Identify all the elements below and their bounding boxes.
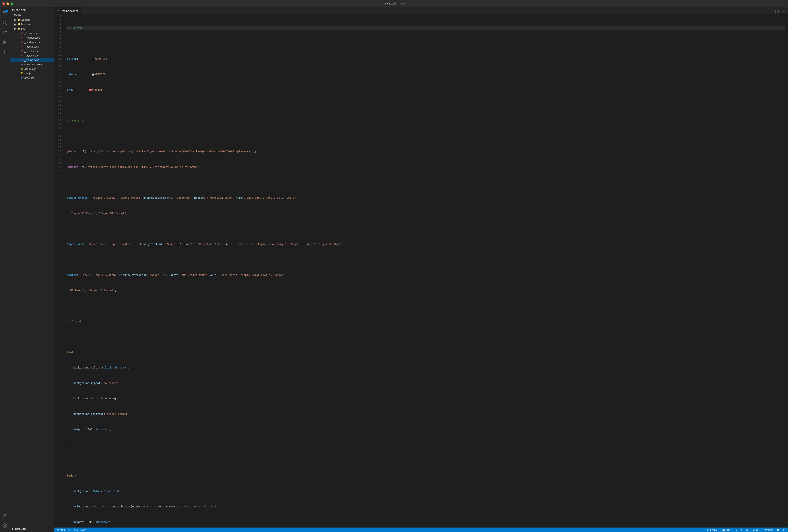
error-indicator: · <box>784 381 785 385</box>
window-title: _theme.scss — folio <box>383 2 405 5</box>
line-num-9: 9 <box>55 45 63 49</box>
folio-folder[interactable]: ▾ FOLIO <box>10 13 55 18</box>
line-ending-status[interactable]: LF <box>745 528 749 532</box>
explorer-badge: 1 <box>5 10 8 13</box>
code-content[interactable]: // Palette $black: ··········#0E0F13; $w… <box>65 15 785 528</box>
svg-point-3 <box>3 31 4 32</box>
scss-file-icon: 🗸 <box>20 54 23 57</box>
svg-marker-6 <box>4 41 6 44</box>
scrollbar-gutter <box>785 15 788 528</box>
search-activity-icon[interactable] <box>0 18 10 27</box>
sidebar-item-vscode[interactable]: ▶ 📁 .vscode <box>10 18 55 22</box>
line-num-17: 17 <box>55 76 63 80</box>
vscode-label: .vscode <box>21 18 30 21</box>
cursor-position-status[interactable]: Ln 1, Col 1 <box>706 528 718 532</box>
style-css-label: style.css <box>24 76 35 79</box>
formatter-status[interactable]: Prettier <box>762 528 773 532</box>
extensions-activity-icon[interactable] <box>0 47 10 57</box>
scss-file-icon: 🗸 <box>20 50 23 53</box>
feedback-status[interactable] <box>782 528 786 532</box>
sidebar-item-img[interactable]: ▶ 📁 img <box>10 26 55 31</box>
line-num-6: 6 <box>55 34 63 38</box>
svg-rect-15 <box>777 10 779 13</box>
tab-label: _theme.scss <box>60 9 75 13</box>
split-editor-button[interactable] <box>774 8 780 14</box>
line-num-5: 5 <box>55 30 63 34</box>
code-line-22: · background-repeat: no-repeat; <box>67 381 785 385</box>
sidebar-item-config[interactable]: ▶ ≡ config.codekit3 <box>10 62 55 66</box>
maximize-button[interactable] <box>11 2 13 5</box>
account-activity-icon[interactable] <box>0 511 10 520</box>
sidebar-item-reset-scss[interactable]: ▶ 🗸 _reset.scss <box>10 49 55 53</box>
scss-file-icon: 🗸 <box>20 36 23 39</box>
code-line-13 <box>67 227 785 231</box>
code-line-16b: UI Emoji", "Segoe UI Symbol"; <box>67 289 785 292</box>
sidebar-item-styles-scss[interactable]: ▶ 🗸 _styles.scss <box>10 53 55 58</box>
sidebar-item-style-css[interactable]: ▶ # style.css <box>10 76 55 80</box>
code-line-14: $space-mono: "Space Mono", -apple-system… <box>67 242 785 246</box>
sidebar-item-footer-scss[interactable]: ▶ 🗸 _footer.scss <box>10 31 55 35</box>
code-line-2 <box>67 41 785 45</box>
line-num-34: 34 <box>55 142 63 146</box>
sidebar-item-layout-scss[interactable]: ▶ 🗸 _layout.scss <box>10 44 55 49</box>
main-area: 🗸 _theme.scss ··· 1 2 3 4 <box>55 7 788 532</box>
run-activity-icon[interactable] <box>0 37 10 47</box>
code-line-30: animation: fadeIn 0.35s cubic-bezier(0.3… <box>67 505 785 509</box>
code-line-23: background-size: 3rem 3rem; <box>67 396 785 400</box>
traffic-lights <box>2 2 13 5</box>
app-container: 1 <box>0 7 788 532</box>
file-tree: ▾ FOLIO ▶ 📁 .vscode ▶ 📁 bootstrap ▶ 📁 im… <box>10 13 55 526</box>
sidebar-item-bootstrap[interactable]: ▶ 📁 bootstrap <box>10 22 55 26</box>
line-num-14: 14 <box>55 65 63 68</box>
code-line-1: // Palette <box>67 26 785 30</box>
bell-icon <box>776 529 779 531</box>
errors-status[interactable]: 0 <box>73 528 79 532</box>
sync-status[interactable] <box>67 528 71 532</box>
indentation-status[interactable]: Spaces: 4 <box>721 528 732 532</box>
sidebar-item-site-min-js[interactable]: ▶ JS site-min.js <box>10 66 55 71</box>
sidebar-item-site-js[interactable]: ▶ JS site.js <box>10 71 55 76</box>
explorer-activity-icon[interactable]: 1 <box>0 8 10 18</box>
more-actions-button[interactable]: ··· <box>781 8 786 14</box>
close-button[interactable] <box>2 2 5 5</box>
status-bar: main 0 <box>55 528 788 532</box>
color-swatch-black <box>92 58 94 60</box>
line-num-10: 10 <box>55 49 63 53</box>
config-label: config.codekit3 <box>24 63 42 66</box>
sync-icon <box>68 529 71 531</box>
timeline-section[interactable]: ▶ TIMELINE <box>10 527 55 531</box>
code-line-3: $black: ··········#0E0F13; <box>67 57 785 61</box>
line-num-31: 31 <box>55 130 63 134</box>
svg-rect-8 <box>3 50 5 52</box>
sidebar-item-theme-scss[interactable]: ▶ 🗸 _theme.scss <box>10 58 55 62</box>
settings-activity-icon[interactable] <box>0 520 10 530</box>
checkmark-icon <box>763 529 765 531</box>
code-line-28: body { <box>67 474 785 477</box>
folder-arrow-icon: ▶ <box>14 27 17 30</box>
sidebar-header-actions[interactable]: ··· <box>50 9 52 12</box>
tab-theme-scss[interactable]: 🗸 _theme.scss <box>55 7 81 14</box>
notification-bell-status[interactable] <box>776 528 780 532</box>
line-num-16: 16 <box>55 72 63 76</box>
minimize-button[interactable] <box>6 2 9 5</box>
warnings-status[interactable]: 0 <box>80 528 86 532</box>
git-branch-status[interactable]: main <box>56 528 66 532</box>
line-num-28: 28 <box>55 119 63 122</box>
svg-point-13 <box>4 525 5 526</box>
code-line-31: height: 100% !important; <box>67 520 785 524</box>
svg-point-1 <box>3 21 6 24</box>
language-status[interactable]: SCSS <box>752 528 760 532</box>
sidebar-item-header-scss[interactable]: ▶ 🗸 _header.scss <box>10 35 55 40</box>
code-line-21: background-color: $black !important; <box>67 366 785 370</box>
sidebar-item-hidden-scss[interactable]: ▶ 🗸 _hidden.scss <box>10 40 55 44</box>
tab-modified-dot <box>76 10 78 12</box>
line-num-23: 23 <box>55 99 63 103</box>
code-line-26: } <box>67 443 785 447</box>
source-control-activity-icon[interactable] <box>0 27 10 37</box>
code-line-17 <box>67 304 785 308</box>
encoding-status[interactable]: UTF-8 <box>735 528 743 532</box>
svg-line-2 <box>6 24 7 25</box>
code-line-20: html { <box>67 350 785 354</box>
status-bar-left: main 0 <box>56 528 86 532</box>
error-icon <box>74 529 76 531</box>
